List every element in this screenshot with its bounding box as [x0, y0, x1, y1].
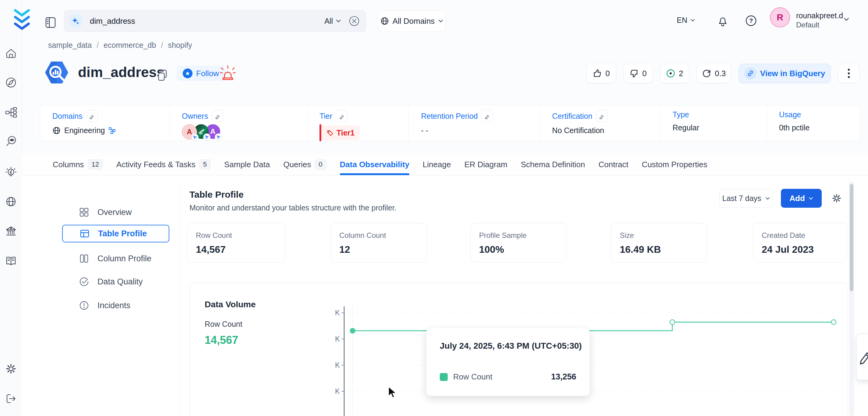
table-icon [79, 228, 90, 239]
stat-column-count: Column Count 12 [331, 223, 427, 262]
version-button[interactable]: 0.3 [696, 64, 731, 83]
app-window: All All Domains EN ? R rounakpreet.d Def… [0, 0, 868, 416]
edit-domains-button[interactable] [86, 110, 98, 122]
chevron-down-icon [336, 20, 341, 23]
edit-owners-button[interactable] [212, 110, 223, 122]
domains-label: Domains [52, 112, 83, 121]
watch-button[interactable]: 2 [660, 64, 689, 83]
subnav-table-profile[interactable]: Table Profile [62, 225, 169, 243]
help-icon[interactable]: ? [745, 14, 757, 27]
logout-icon[interactable] [5, 392, 18, 405]
app-logo[interactable] [12, 8, 32, 31]
tooltip-timestamp: July 24, 2025, 6:43 PM (UTC+05:30) [440, 341, 582, 351]
chart-tooltip: July 24, 2025, 6:43 PM (UTC+05:30) Row C… [426, 328, 590, 396]
tier-chip[interactable]: Tier1 [319, 124, 409, 141]
subdomain-network-icon [108, 127, 116, 134]
svg-text:4K: 4K [335, 387, 340, 395]
star-icon [183, 68, 192, 78]
user-name: rounakpreet.d [796, 11, 843, 21]
search-scope-label: All [324, 17, 333, 26]
stat-size: Size 16.49 KB [611, 223, 707, 262]
subnav-divider [180, 183, 180, 416]
tab-columns[interactable]: Columns12 [53, 154, 103, 175]
kebab-menu-icon [847, 68, 850, 78]
language-dropdown[interactable]: EN [677, 16, 695, 25]
lineage-flow-icon[interactable] [5, 106, 18, 119]
breadcrumb: sample_data / ecommerce_db / shopify [48, 41, 192, 50]
data-volume-metric-value: 14,567 [205, 334, 238, 347]
search-clear-icon[interactable] [349, 15, 360, 27]
alert-siren-icon[interactable] [220, 65, 236, 82]
entity-metadata-card: Domains Engineering Owners A [40, 105, 860, 141]
add-button[interactable]: Add [781, 189, 822, 208]
bigquery-icon [43, 59, 71, 87]
settings-gear-icon[interactable] [5, 362, 18, 375]
tab-activity-feeds[interactable]: Activity Feeds & Tasks5 [116, 154, 211, 175]
ai-sparkle-icon [68, 14, 83, 28]
breadcrumb-database[interactable]: ecommerce_db [103, 41, 156, 50]
breadcrumb-schema[interactable]: shopify [168, 41, 192, 50]
domains-globe-icon[interactable] [5, 195, 18, 208]
certification-label: Certification [552, 112, 592, 121]
glossary-book-icon[interactable] [5, 255, 18, 267]
thumbs-up-icon [593, 69, 602, 78]
follow-button[interactable]: Follow [177, 66, 225, 81]
all-domains-dropdown[interactable]: All Domains [378, 10, 446, 32]
tab-schema-definition[interactable]: Schema Definition [521, 154, 585, 175]
series-color-swatch [440, 373, 448, 381]
row-count-line-chart[interactable]: 16K12K8K4K [335, 305, 850, 416]
global-search[interactable]: All [64, 10, 366, 32]
owner-avatar[interactable]: A [182, 124, 197, 139]
team-badge-icon [191, 134, 198, 141]
user-avatar[interactable]: R [770, 7, 790, 27]
subnav-data-quality[interactable]: Data Quality [62, 273, 169, 291]
tab-contract[interactable]: Contract [598, 154, 628, 175]
meta-domains: Domains Engineering [40, 105, 169, 141]
edit-certification-button[interactable] [596, 110, 608, 122]
search-input[interactable] [89, 16, 324, 26]
search-scope-dropdown[interactable]: All [324, 17, 341, 26]
tab-queries[interactable]: Queries0 [283, 154, 326, 175]
more-actions-button[interactable] [838, 64, 860, 83]
subnav-overview[interactable]: Overview [62, 203, 169, 221]
tab-lineage[interactable]: Lineage [423, 154, 451, 175]
user-menu-chevron-icon[interactable] [844, 18, 849, 21]
view-in-source-button[interactable]: View in BigQuery [739, 64, 831, 83]
meta-owners: Owners A A [169, 105, 307, 141]
edit-tier-button[interactable] [336, 110, 347, 122]
downvote-button[interactable]: 0 [623, 64, 653, 83]
discovery-search-icon[interactable] [5, 135, 18, 148]
tab-custom-properties[interactable]: Custom Properties [642, 154, 707, 175]
usage-value: 0th pctile [779, 123, 809, 132]
sidebar-toggle-icon[interactable] [45, 17, 56, 29]
tab-er-diagram[interactable]: ER Diagram [464, 154, 507, 175]
home-icon[interactable] [5, 47, 18, 60]
check-circle-icon [79, 276, 90, 287]
breadcrumb-service[interactable]: sample_data [48, 41, 92, 50]
domain-value[interactable]: Engineering [64, 126, 105, 135]
time-range-dropdown[interactable]: Last 7 days [719, 189, 773, 208]
subnav-incidents[interactable]: Incidents [62, 297, 169, 314]
alert-circle-icon [79, 300, 90, 311]
tooltip-series-name: Row Count [453, 372, 493, 382]
edit-retention-button[interactable] [482, 110, 493, 122]
all-domains-label: All Domains [393, 17, 435, 26]
tag-icon [327, 129, 334, 136]
tab-sample-data[interactable]: Sample Data [224, 154, 270, 175]
pen-icon [857, 334, 868, 380]
columns-icon [79, 253, 90, 264]
upvote-button[interactable]: 0 [586, 64, 616, 83]
copy-name-icon[interactable] [157, 69, 169, 83]
governance-bank-icon[interactable] [5, 225, 18, 237]
tab-data-observability[interactable]: Data Observability [340, 154, 409, 175]
profiler-settings-gear-icon[interactable] [831, 192, 842, 204]
edge-annotation-widget[interactable] [857, 334, 868, 380]
type-label: Type [673, 110, 689, 119]
user-menu[interactable]: rounakpreet.d Default [796, 11, 843, 30]
subnav-column-profile[interactable]: Column Profile [62, 250, 169, 267]
notifications-bell-icon[interactable] [717, 14, 728, 27]
tier-label: Tier [319, 112, 332, 121]
explore-compass-icon[interactable] [5, 76, 18, 89]
insights-bulb-icon[interactable] [5, 166, 18, 179]
scrollbar-thumb[interactable] [850, 184, 854, 291]
